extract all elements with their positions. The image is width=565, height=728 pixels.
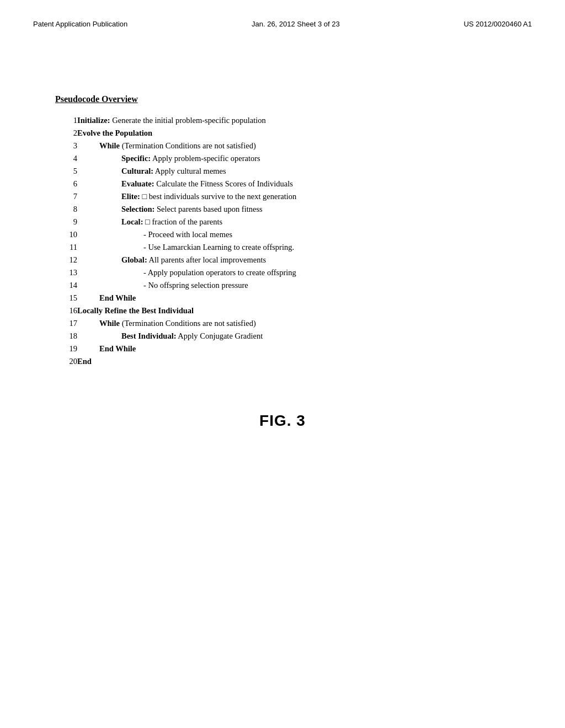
line-number: 20 [55,355,77,368]
header-patent-number: US 2012/0020460 A1 [463,20,532,28]
line-content: Initialize: Generate the initial problem… [77,114,510,127]
line-number: 9 [55,216,77,228]
pseudocode-row: 9Local: □ fraction of the parents [55,216,510,228]
line-content: End While [77,342,510,355]
line-content: Best Individual: Apply Conjugate Gradien… [77,330,510,342]
line-number: 18 [55,330,77,342]
pseudocode-row: 11- Use Lamarckian Learning to create of… [55,241,510,254]
line-number: 13 [55,266,77,279]
line-number: 8 [55,203,77,216]
pseudocode-row: 3While (Termination Conditions are not s… [55,140,510,152]
pseudocode-row: 19End While [55,342,510,355]
pseudocode-row: 20End [55,355,510,368]
pseudocode-table: 1Initialize: Generate the initial proble… [55,114,510,368]
line-number: 1 [55,114,77,127]
line-number: 4 [55,152,77,165]
header-publication: Patent Application Publication [33,20,127,28]
pseudocode-row: 8Selection: Select parents based upon fi… [55,203,510,216]
pseudocode-row: 2Evolve the Population [55,127,510,140]
line-content: Locally Refine the Best Individual [77,304,510,317]
pseudocode-row: 15End While [55,292,510,304]
line-number: 6 [55,178,77,190]
line-number: 11 [55,241,77,254]
line-content: Cultural: Apply cultural memes [77,165,510,178]
line-content: End [77,355,510,368]
line-content: While (Termination Conditions are not sa… [77,140,510,152]
section-title: Pseudocode Overview [55,94,510,104]
line-content: - No offspring selection pressure [77,279,510,292]
line-number: 19 [55,342,77,355]
line-number: 7 [55,190,77,203]
figure-label: FIG. 3 [55,412,510,430]
pseudocode-row: 6Evaluate: Calculate the Fitness Scores … [55,178,510,190]
line-number: 12 [55,254,77,266]
line-content: Global: All parents after local improvem… [77,254,510,266]
line-content: - Apply population operators to create o… [77,266,510,279]
main-content: Pseudocode Overview 1Initialize: Generat… [0,28,565,463]
pseudocode-row: 4Specific: Apply problem-specific operat… [55,152,510,165]
pseudocode-row: 7Elite: □ best individuals survive to th… [55,190,510,203]
pseudocode-row: 14- No offspring selection pressure [55,279,510,292]
page: Patent Application Publication Jan. 26, … [0,0,565,728]
line-content: Elite: □ best individuals survive to the… [77,190,510,203]
line-number: 14 [55,279,77,292]
line-number: 2 [55,127,77,140]
pseudocode-row: 17While (Termination Conditions are not … [55,317,510,330]
pseudocode-row: 13- Apply population operators to create… [55,266,510,279]
pseudocode-row: 10- Proceed with local memes [55,228,510,241]
pseudocode-row: 18Best Individual: Apply Conjugate Gradi… [55,330,510,342]
line-content: Specific: Apply problem-specific operato… [77,152,510,165]
line-content: - Proceed with local memes [77,228,510,241]
line-number: 3 [55,140,77,152]
line-content: Evaluate: Calculate the Fitness Scores o… [77,178,510,190]
line-number: 16 [55,304,77,317]
line-content: - Use Lamarckian Learning to create offs… [77,241,510,254]
line-content: Local: □ fraction of the parents [77,216,510,228]
pseudocode-row: 1Initialize: Generate the initial proble… [55,114,510,127]
line-content: While (Termination Conditions are not sa… [77,317,510,330]
pseudocode-row: 5Cultural: Apply cultural memes [55,165,510,178]
pseudocode-row: 16Locally Refine the Best Individual [55,304,510,317]
line-content: Evolve the Population [77,127,510,140]
pseudocode-row: 12Global: All parents after local improv… [55,254,510,266]
line-number: 17 [55,317,77,330]
header-date-sheet: Jan. 26, 2012 Sheet 3 of 23 [252,20,340,28]
page-header: Patent Application Publication Jan. 26, … [0,0,565,28]
line-number: 15 [55,292,77,304]
line-number: 5 [55,165,77,178]
line-number: 10 [55,228,77,241]
line-content: End While [77,292,510,304]
line-content: Selection: Select parents based upon fit… [77,203,510,216]
